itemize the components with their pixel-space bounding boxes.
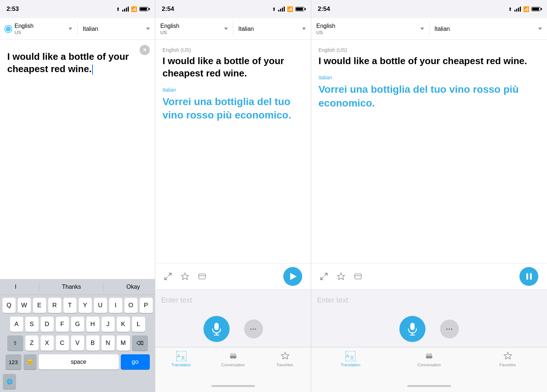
tab-translation-2[interactable]: A 文 Translation: [155, 351, 207, 367]
suggestions-bar-1: I Thanks Okay: [0, 279, 155, 295]
tab-favorites-label-3: Favorites: [499, 363, 516, 367]
tab-favorites-3[interactable]: Favorites: [468, 351, 547, 367]
lang-header-3: English US Italian: [311, 18, 547, 40]
input-text-1[interactable]: I would like a bottle of your cheapest r…: [7, 51, 148, 75]
svg-line-17: [325, 273, 327, 276]
wifi-icon-2: 📶: [287, 6, 293, 12]
mic-icon-3: [407, 322, 418, 335]
signal-bars-2: [278, 7, 285, 12]
key-C[interactable]: C: [56, 335, 69, 351]
star-icon-btn-2[interactable]: [181, 272, 189, 281]
key-I[interactable]: I: [109, 298, 122, 313]
target-lang-btn-1[interactable]: Italian: [78, 18, 155, 39]
source-lang-btn-3[interactable]: English US: [311, 18, 429, 39]
svg-line-1: [169, 273, 171, 276]
key-L[interactable]: L: [132, 317, 145, 332]
key-X[interactable]: X: [41, 335, 54, 351]
enter-text-placeholder-3: Enter text: [317, 296, 541, 304]
key-M[interactable]: M: [117, 335, 130, 351]
svg-rect-19: [355, 274, 361, 279]
translate-tab-icon-2: A 文: [176, 351, 186, 361]
target-lang-name-2: Italian: [238, 25, 254, 32]
key-N[interactable]: N: [102, 335, 115, 351]
source-lang-name-1: English: [15, 22, 33, 29]
key-go[interactable]: go: [121, 354, 150, 370]
key-T[interactable]: T: [63, 298, 77, 313]
conversation-tab-icon-3: [424, 351, 434, 361]
play-button-2[interactable]: [283, 267, 302, 286]
suggestion-1[interactable]: I: [8, 284, 24, 290]
key-numbers[interactable]: 123: [5, 354, 21, 370]
key-V[interactable]: V: [71, 335, 84, 351]
tab-translation-3[interactable]: A 文 Translation: [311, 351, 390, 367]
key-E[interactable]: E: [33, 298, 46, 313]
lang-header-2: English US Italian: [155, 18, 311, 40]
key-space[interactable]: space: [39, 354, 119, 370]
more-button-2[interactable]: ···: [244, 320, 263, 338]
suggestion-2[interactable]: Thanks: [55, 284, 88, 290]
expand-icon-btn-3[interactable]: [320, 272, 328, 280]
signal-bars-3: [514, 7, 521, 12]
svg-text:A: A: [346, 353, 349, 359]
input-row-2[interactable]: Enter text: [155, 289, 311, 311]
key-row-3: ⇧ Z X C V B N M ⌫: [1, 335, 153, 351]
close-button-1[interactable]: ✕: [140, 45, 150, 55]
input-row-3[interactable]: Enter text: [311, 289, 547, 311]
source-lang-btn-1[interactable]: English US: [0, 18, 77, 39]
key-S[interactable]: S: [25, 317, 38, 332]
status-bar-1: 2:53 ⬆ 📶: [0, 0, 155, 18]
key-O[interactable]: O: [124, 298, 137, 313]
battery-icon-1: [139, 7, 148, 11]
keyboard-rows-1: Q W E R T Y U I O P A S D F G H J K: [0, 295, 155, 372]
key-Q[interactable]: Q: [3, 298, 16, 313]
suggestion-3[interactable]: Okay: [119, 284, 147, 290]
expand-icon-btn-2[interactable]: [164, 272, 172, 280]
key-W[interactable]: W: [18, 298, 31, 313]
card-icon-btn-2[interactable]: [198, 272, 206, 280]
panel-2: 2:54 ⬆ 📶 English US Italian: [155, 0, 311, 392]
key-backspace[interactable]: ⌫: [132, 335, 148, 351]
key-P[interactable]: P: [140, 298, 153, 313]
tab-conversation-2[interactable]: Conversation: [207, 351, 259, 367]
tab-conversation-3[interactable]: Conversation: [390, 351, 469, 367]
mic-button-2[interactable]: [203, 316, 230, 342]
key-D[interactable]: D: [41, 317, 54, 332]
target-lang-btn-2[interactable]: Italian: [233, 18, 311, 39]
tab-favorites-2[interactable]: Favorites: [259, 351, 311, 367]
key-B[interactable]: B: [86, 335, 99, 351]
key-H[interactable]: H: [86, 317, 99, 332]
star-icon-btn-3[interactable]: [337, 272, 345, 281]
key-J[interactable]: J: [102, 317, 115, 332]
key-G[interactable]: G: [71, 317, 84, 332]
key-Z[interactable]: Z: [25, 335, 38, 351]
action-bar-2: [155, 263, 311, 289]
key-U[interactable]: U: [94, 298, 107, 313]
status-icons-3: ⬆ 📶: [508, 6, 540, 12]
pause-button-3[interactable]: [519, 267, 538, 286]
key-globe[interactable]: 🌐: [3, 374, 16, 389]
target-text-3: Vorrei una bottiglia del tuo vino rosso …: [318, 83, 540, 110]
card-icon-btn-3[interactable]: [354, 272, 362, 280]
key-R[interactable]: R: [48, 298, 61, 313]
key-F[interactable]: F: [56, 317, 69, 332]
target-lang-label-3: Italian: [318, 75, 540, 80]
svg-point-14: [233, 353, 236, 356]
battery-icon-3: [531, 7, 540, 11]
source-lang-chevron-1: [69, 28, 72, 30]
input-area-1[interactable]: ✕ I would like a bottle of your cheapest…: [0, 40, 155, 279]
more-button-3[interactable]: ···: [440, 320, 459, 338]
key-Y[interactable]: Y: [79, 298, 92, 313]
mic-button-3[interactable]: [399, 316, 425, 342]
svg-line-16: [321, 277, 323, 280]
key-shift[interactable]: ⇧: [7, 335, 23, 351]
tab-conversation-label-2: Conversation: [221, 363, 245, 367]
target-lang-btn-3[interactable]: Italian: [429, 18, 547, 39]
keyboard-1[interactable]: I Thanks Okay Q W E R T Y U I O P A: [0, 279, 155, 392]
key-A[interactable]: A: [10, 317, 23, 332]
key-emoji[interactable]: 😊: [24, 354, 37, 370]
source-lang-btn-2[interactable]: English US: [155, 18, 233, 39]
svg-rect-21: [410, 323, 415, 330]
enter-text-placeholder-2: Enter text: [161, 296, 305, 304]
key-row-1: Q W E R T Y U I O P: [1, 298, 153, 313]
key-K[interactable]: K: [117, 317, 130, 332]
